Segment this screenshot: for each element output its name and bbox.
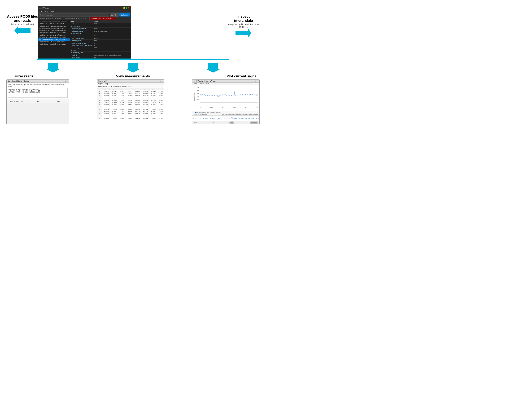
signal-cell: 56.5111	[156, 99, 164, 101]
signal-cell: 86.5216	[133, 110, 141, 113]
table-row[interactable]: has_cached_signalFalse	[70, 37, 131, 40]
signal-cell: 77.7466	[109, 106, 117, 108]
signal-maximize[interactable]: □	[160, 80, 161, 82]
plot-close[interactable]: ✕	[257, 80, 258, 82]
table-row[interactable]: num_samples9885	[70, 47, 131, 49]
file-item-4[interactable]: 00728efb-2120-4224-87d8-500fbb0bd4fb	[38, 30, 70, 32]
table-row[interactable]: num_minknow_events0	[70, 42, 131, 44]
tab-3[interactable]: 00919556-e519-4960-8aa5-c2dfa020980c	[89, 17, 115, 20]
filter-close[interactable]: ✕	[66, 80, 68, 82]
table-row[interactable]: end_reason_index0	[70, 35, 131, 37]
close-btn[interactable]: ✕	[128, 7, 129, 9]
svg-text:1000: 1000	[197, 87, 199, 88]
file-item-3[interactable]: 006d319-2677-4b34-05df-34de725ba47b	[38, 27, 70, 30]
filter-textarea[interactable]: 00919556-e519-4960-8aa5-c2dfa020980c 007…	[8, 88, 68, 98]
plot-menu-export[interactable]: Export	[199, 83, 203, 85]
signal-cell: 77.3956	[141, 106, 148, 108]
plot-options-row: Options for zooming below: No subsetting…	[192, 113, 260, 115]
menu-file[interactable]: File	[39, 10, 42, 12]
table-row[interactable]: read_number56	[70, 56, 131, 59]
signal-cell: 71.3346	[148, 108, 156, 110]
filter-maximize[interactable]: □	[65, 80, 66, 82]
signal-polyline	[200, 88, 258, 97]
maximize-btn[interactable]: □	[126, 7, 127, 9]
signal-close[interactable]: ✕	[162, 80, 163, 82]
svg-text:0: 0	[200, 107, 201, 108]
plot-maximize[interactable]: □	[255, 80, 256, 82]
table-row[interactable]: median_beforenan	[70, 40, 131, 42]
table-row[interactable]: ▶pore	[70, 49, 131, 52]
table-row[interactable]: ▶end_reason	[70, 32, 131, 35]
table-row[interactable]: read_id00919556-e519-4960-8aa5-c2dfa0209…	[70, 54, 131, 56]
meta-key-label: read_number	[72, 57, 81, 58]
file-item-7[interactable]: 008ed3dc-88c2-452f-b107-0d77af73df77	[38, 36, 70, 38]
menu-view[interactable]: View	[44, 10, 48, 12]
done-button[interactable]: Done	[48, 100, 69, 103]
file-item-6[interactable]: 008ddc3-e477-4b04-a0a2-7df21a4ebf0b	[38, 34, 70, 36]
expand-icon[interactable]: ▶	[71, 33, 72, 34]
plot-menu-help[interactable]: Help	[205, 83, 209, 85]
signal-minimize[interactable]: ─	[158, 80, 159, 82]
signal-cell: 81.9586	[117, 115, 125, 117]
plot-minimize[interactable]: ─	[253, 80, 255, 82]
table-row[interactable]: ▶calibration	[70, 25, 131, 28]
menu-help[interactable]: Help	[50, 10, 54, 12]
meta-value-cell	[93, 32, 131, 35]
file-item-8[interactable]: 00919556-e519-4960-8aa5-c2dfa020980c	[38, 38, 70, 41]
reset-zoom-button[interactable]: Reset zoom	[250, 122, 258, 124]
signal-cell: 88.9786	[125, 110, 133, 113]
file-item-1[interactable]: 00007a-b67-44c7-9a9c-1ae8bc728e74	[38, 23, 70, 25]
filter-body: Please enter one read ID per line. You c…	[6, 83, 69, 99]
clear-button[interactable]: Clear	[27, 100, 48, 103]
signal-cell: 91.6111	[109, 90, 117, 92]
file-item-2[interactable]: 002fde30-9e23-4125-9eee-d112c18a81a7	[38, 25, 70, 27]
plot-window: pod5Viewer - Figure Window ─ □ ✕ Data Ex…	[192, 79, 260, 124]
window-titlebar: pod5Viewer ─ □ ✕	[38, 6, 131, 10]
signal-table-row: 8885.468685.995181.958684.240161.951661.…	[97, 115, 164, 117]
top-left-title: Access POD5 files and reads	[6, 14, 38, 23]
signal-row-index: 32	[97, 99, 102, 101]
plot-chart-area: -200 0 200 400 600 800 1000 0 2000 4000 …	[192, 85, 260, 111]
table-row[interactable]: calibration_digitisation8192	[70, 28, 131, 30]
file-item-10[interactable]: 009dc0bd-c5f4-487b-badc-b9ce7e3a711e	[38, 43, 70, 45]
table-row[interactable]: num_reads_since_mux_change0	[70, 44, 131, 47]
signal-menu-export[interactable]: Export	[98, 83, 103, 85]
table-row[interactable]: byte_count8422	[70, 23, 131, 25]
signal-cell: 91.7866	[156, 90, 164, 92]
file-item-5[interactable]: 007cc97e-6da2-4f96-a04d-1c1eca816425	[38, 32, 70, 34]
tab-2[interactable]: 007cc97e-6da2-4f96-a04d-1c1eca816425	[64, 17, 89, 20]
tab-1[interactable]: 002fde30-9e23-4125-9eee-d112c18a81a7	[38, 17, 64, 20]
mini-signal-polyline	[192, 116, 260, 121]
signal-cell: 94.0681	[102, 95, 110, 97]
bottom-titles-row: Filter reads View measurements Plot curr…	[6, 74, 260, 78]
expand-icon[interactable]: ▶	[71, 52, 72, 54]
signal-cell: 71.9551	[156, 115, 164, 117]
signal-cell: 85.9951	[125, 113, 133, 115]
signal-table-row: 1694.068190.207184.240178.448880.730184.…	[97, 95, 164, 97]
expand-icon[interactable]: ▶	[71, 49, 72, 51]
zoom-button[interactable]: Zoom	[229, 122, 234, 124]
signal-cell: 91.4256	[156, 110, 164, 113]
file-item-root[interactable]: C:\Users\simce\projects\pod5Viewer_revis…	[38, 21, 70, 23]
sort-reads-button[interactable]: Sort reads	[120, 13, 130, 17]
signal-table-row: 892.488890.207192.313190.909191.611190.5…	[97, 92, 164, 95]
search-input[interactable]	[39, 13, 109, 17]
signal-window: Signal [pA] ─ □ ✕ Export Help Read ID: 0…	[97, 79, 164, 124]
load-ids-button[interactable]: Load IDs from File	[6, 100, 27, 103]
filter-minimize[interactable]: ─	[63, 80, 64, 82]
meta-value-cell: 9885	[93, 47, 131, 49]
signal-cell: 74.4121	[117, 108, 125, 110]
filter-titlebar: Select read IDs for filtering ─ □ ✕	[6, 80, 69, 83]
expand-icon[interactable]: ▶	[71, 25, 72, 27]
meta-key-label: has_cached_signal	[72, 37, 84, 39]
sort-files-button[interactable]: Sort files	[110, 13, 119, 17]
file-panel: C:\Users\simce\projects\pod5Viewer_revis…	[38, 20, 70, 59]
meta-panel: Key Value byte_count8422▶calibration cal…	[70, 20, 131, 59]
signal-cell: 73.5346	[156, 108, 164, 110]
minimize-btn[interactable]: ─	[123, 7, 125, 9]
plot-menu-data[interactable]: Data	[194, 83, 197, 85]
table-row[interactable]: ▶predicted_scaling	[70, 52, 131, 54]
file-item-9[interactable]: 00927d34-0baf-47fc-b40c-22991e77b3c	[38, 41, 70, 43]
table-row[interactable]: calibration_range1437.6976318359375	[70, 30, 131, 32]
signal-menu-help[interactable]: Help	[105, 83, 108, 85]
